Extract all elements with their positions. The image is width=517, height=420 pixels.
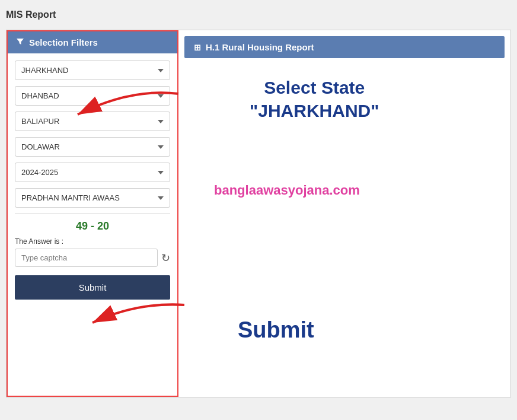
scheme-select-wrapper: PRADHAN MANTRI AWAAS — [15, 188, 170, 208]
select-state-annotation: Select State "JHARKHAND" — [250, 76, 379, 122]
select-state-line2: "JHARKHAND" — [250, 101, 379, 120]
website-annotation: banglaawasyojana.com — [214, 183, 360, 198]
panchayat-select-wrapper: DOLAWAR — [15, 137, 170, 157]
panchayat-select[interactable]: DOLAWAR — [15, 137, 170, 157]
report-header-label: H.1 Rural Housing Report — [206, 42, 314, 52]
filter-icon — [16, 37, 24, 47]
report-icon: ⊞ — [194, 43, 201, 52]
captcha-refresh-button[interactable]: ↻ — [161, 252, 170, 265]
annotation-area: Select State "JHARKHAND" banglaawasyojan… — [178, 64, 510, 373]
select-state-line1: Select State — [264, 78, 365, 97]
arrow-to-submit — [78, 293, 196, 337]
right-panel: ⊞ H.1 Rural Housing Report Select S — [178, 30, 510, 397]
state-select-wrapper: JHARKHAND — [15, 61, 170, 80]
captcha-section: 49 - 20 The Answer is : ↻ — [15, 214, 170, 267]
year-select-wrapper: 2024-2025 — [15, 163, 170, 182]
captcha-label: The Answer is : — [15, 237, 170, 246]
submit-arrow-svg — [78, 293, 196, 335]
state-select[interactable]: JHARKHAND — [15, 61, 170, 80]
main-container: Selection Filters JHARKHAND DHANBAD BALI… — [6, 30, 511, 397]
website-label: banglaawasyojana.com — [214, 183, 360, 198]
state-arrow-svg — [60, 82, 190, 129]
page-title: MIS Report — [6, 6, 511, 24]
arrow-to-state — [60, 82, 190, 132]
captcha-input[interactable] — [15, 249, 158, 267]
captcha-input-row: ↻ — [15, 249, 170, 267]
submit-annotation: Submit — [238, 317, 314, 343]
captcha-math: 49 - 20 — [15, 220, 170, 233]
filter-header-label: Selection Filters — [29, 37, 98, 47]
report-header: ⊞ H.1 Rural Housing Report — [184, 36, 505, 58]
year-select[interactable]: 2024-2025 — [15, 163, 170, 182]
scheme-select[interactable]: PRADHAN MANTRI AWAAS — [15, 188, 170, 208]
submit-label-annotation: Submit — [238, 317, 314, 342]
filter-header: Selection Filters — [8, 31, 177, 53]
